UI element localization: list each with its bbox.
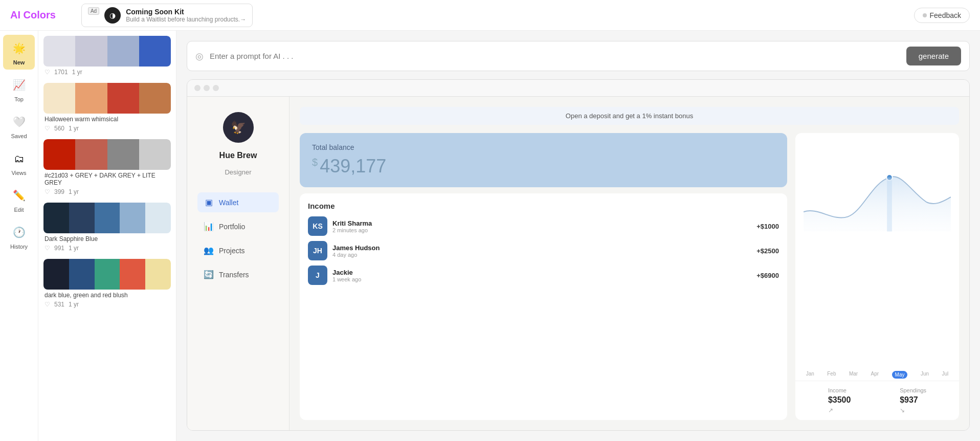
chart-label-jul: Jul [942,371,948,379]
palette-meta-1: ♡ 1701 1 yr [43,67,171,77]
app-nav-projects[interactable]: 👥 Projects [197,240,279,260]
sidebar-item-saved[interactable]: 🤍 Saved [0,108,38,143]
app-nav-portfolio-label: Portfolio [219,223,245,231]
top-icon: 📈 [10,76,28,94]
sidebar-item-history[interactable]: 🕐 History [0,219,38,254]
chart-income-value: $3500 [828,395,851,405]
palette-age-4: 1 yr [69,245,79,252]
palette-stats-5: ♡ 531 1 yr [44,301,170,308]
chart-footer: Income $3500 ↗ Spendings $937 ↘ [795,381,959,420]
app-nav: ▣ Wallet 📊 Portfolio 👥 Projects 🔄 [197,192,279,284]
palette-stats-2: ♡ 560 1 yr [44,125,170,132]
ad-text: Coming Soon Kit Build a Waitlist before … [126,8,246,23]
palette-stats-1: ♡ 1701 1 yr [44,69,170,76]
ad-subtitle: Build a Waitlist before launching produc… [126,16,246,23]
income-avatar-2: J [308,266,327,285]
portfolio-icon: 📊 [204,222,214,231]
views-icon: 🗂 [10,149,28,168]
palette-card-2[interactable]: Halloween warm whimsical ♡ 560 1 yr [43,83,171,133]
ad-badge: Ad [88,7,99,15]
chart-labels: Jan Feb Mar Apr May Jun Jul [795,369,959,381]
chart-stat-spendings: Spendings $937 ↘ [900,387,926,414]
heart-icon-2: ♡ [44,125,50,132]
ad-icon: ◑ [104,7,121,24]
heart-icon-4: ♡ [44,245,50,252]
palette-likes-1: 1701 [54,69,68,76]
balance-card: Total balance $439,177 [300,133,787,187]
palette-likes-4: 991 [54,245,64,252]
palette-card-5[interactable]: dark blue, green and red blush ♡ 531 1 y… [43,259,171,309]
palette-card-4[interactable]: Dark Sapphire Blue ♡ 991 1 yr [43,203,171,253]
palette-name-2: Halloween warm whimsical [44,116,170,123]
balance-value: 439,177 [320,156,386,177]
palette-likes-2: 560 [54,125,64,132]
palette-meta-2: Halloween warm whimsical ♡ 560 1 yr [43,114,171,133]
sidebar-item-new[interactable]: 🌟 New [3,35,35,70]
income-title: Income [308,202,779,210]
saved-icon: 🤍 [10,113,28,131]
prompt-icon: ◎ [195,51,204,62]
app-banner: Open a deposit and get a 1% instant bonu… [300,107,959,125]
sidebar-item-top[interactable]: 📈 Top [0,72,38,106]
feedback-button[interactable]: Feedback [914,8,970,23]
income-time-2: 1 week ago [332,276,751,282]
income-amount-0: +$1000 [756,223,779,230]
window-bar [187,80,969,97]
palette-age-5: 1 yr [69,301,79,308]
app-nav-transfers[interactable]: 🔄 Transfers [197,264,279,284]
logo[interactable]: AI Colors [10,9,56,21]
ad-title: Coming Soon Kit [126,8,246,16]
income-amount-1: +$2500 [756,247,779,255]
chart-label-feb: Feb [827,371,836,379]
sidebar-label-history: History [10,244,28,250]
app-nav-wallet[interactable]: ▣ Wallet [197,192,279,212]
palette-name-5: dark blue, green and red blush [44,292,170,299]
feedback-dot-icon [923,13,927,17]
chart-stat-income: Income $3500 ↗ [828,387,851,414]
income-info-2: Jackie 1 week ago [332,269,751,282]
generate-button[interactable]: generate [906,47,961,65]
prompt-input[interactable] [210,52,900,60]
palette-card-3[interactable]: #c21d03 + GREY + DARK GREY + LITE GREY ♡… [43,139,171,196]
palette-swatches-2 [43,83,171,114]
income-item-2: J Jackie 1 week ago +$6900 [308,266,779,285]
income-info-1: James Hudson 4 day ago [332,244,751,258]
palette-meta-4: Dark Sapphire Blue ♡ 991 1 yr [43,233,171,253]
app-nav-transfers-label: Transfers [219,271,249,279]
chart-income-trend: ↗ [828,407,851,414]
prompt-bar[interactable]: ◎ generate [187,41,970,71]
main-content: ◎ generate 🦅 Hue Brew Designer ▣ [176,31,980,441]
preview-window: 🦅 Hue Brew Designer ▣ Wallet 📊 Portfolio [187,79,970,431]
sidebar-label-saved: Saved [11,133,27,139]
income-time-1: 4 day ago [332,252,751,258]
income-item-0: KS Kriti Sharma 2 minutes ago +$1000 [308,216,779,236]
income-name-1: James Hudson [332,244,751,252]
app-user-name: Hue Brew [219,151,257,160]
sidebar-item-edit[interactable]: ✏️ Edit [0,182,38,217]
chart-panel: Jan Feb Mar Apr May Jun Jul Income [795,133,959,420]
wallet-icon: ▣ [204,197,214,207]
chart-svg [804,141,951,233]
chart-label-jan: Jan [806,371,814,379]
header: AI Colors Ad ◑ Coming Soon Kit Build a W… [0,0,980,31]
income-name-0: Kriti Sharma [332,219,751,227]
palette-swatches-4 [43,203,171,233]
ad-banner[interactable]: Ad ◑ Coming Soon Kit Build a Waitlist be… [81,4,253,27]
balance-label: Total balance [312,143,775,151]
svg-rect-1 [887,178,892,232]
chart-area [795,133,959,369]
palette-name-4: Dark Sapphire Blue [44,235,170,242]
heart-icon-1: ♡ [44,69,50,76]
heart-icon-3: ♡ [44,188,50,195]
income-item-1: JH James Hudson 4 day ago +$2500 [308,241,779,260]
new-icon: 🌟 [10,39,28,57]
app-sidebar: 🦅 Hue Brew Designer ▣ Wallet 📊 Portfolio [187,97,289,430]
app-nav-portfolio[interactable]: 📊 Portfolio [197,216,279,236]
app-avatar: 🦅 [223,112,254,143]
palette-panel: ♡ 1701 1 yr Halloween warm whimsical ♡ 5… [38,31,176,441]
palette-card-1[interactable]: ♡ 1701 1 yr [43,36,171,77]
feedback-label: Feedback [930,11,961,19]
income-info-0: Kriti Sharma 2 minutes ago [332,219,751,233]
sidebar-item-views[interactable]: 🗂 Views [0,145,38,180]
income-amount-2: +$6900 [756,272,779,279]
